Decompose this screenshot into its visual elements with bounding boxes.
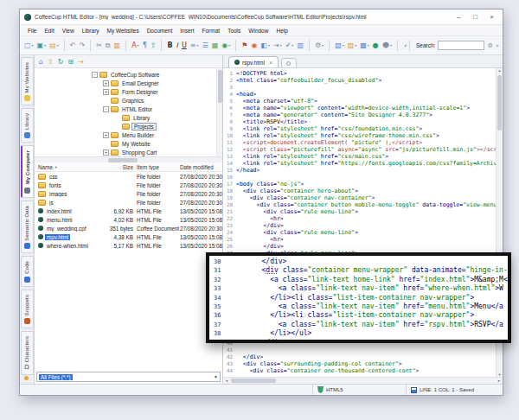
sidebar-tab-code[interactable]: Code (21, 256, 34, 287)
list-icon[interactable]: ☰ (201, 41, 208, 50)
file-row-rspv-html[interactable]: rspv.html4,38 KBHTML File13/05/2020 15:0… (35, 232, 222, 241)
minimize-button[interactable]: – (452, 11, 465, 23)
tree-item-library[interactable]: Library (35, 113, 222, 122)
tree-item-coffeecup-software[interactable]: -CoffeeCup Software (35, 70, 222, 79)
menu-item-help[interactable]: Help (276, 28, 287, 34)
column-header-size[interactable]: Size (104, 164, 137, 170)
preview-icon[interactable]: ▩▾ (359, 41, 370, 50)
folder-tree[interactable]: -CoffeeCup Software+Email Designer+Form … (35, 68, 222, 156)
menu-item-file[interactable]: File (28, 28, 36, 34)
sidebar-tab-semantic-data[interactable]: Semantic Data (21, 200, 34, 254)
columns-icon[interactable]: ▥ (296, 41, 304, 50)
scroll-left-icon[interactable]: ◄ (225, 379, 228, 383)
tab-close-icon[interactable]: × (269, 60, 272, 66)
menu-item-edit[interactable]: Edit (44, 28, 54, 34)
file-row-menu-html[interactable]: menu.html4,02 KBHTML File13/05/2020 15:0… (35, 215, 222, 224)
new-document-icon[interactable]: ▢▾ (23, 41, 35, 50)
file-row-images[interactable]: imagesFile folder27/08/2020 20:30 (35, 189, 222, 198)
new-window-icon[interactable]: ▧▾ (334, 41, 345, 50)
color-wheel-icon[interactable]: ◉ (250, 41, 258, 50)
tree-horizontal-scrollbar[interactable] (35, 156, 222, 162)
upload-icon[interactable]: ⇪ (150, 41, 157, 50)
tree-vertical-scrollbar[interactable] (216, 68, 222, 156)
save-icon[interactable]: ▣▾ (36, 41, 48, 50)
style-check-icon[interactable]: ✔▾ (285, 41, 295, 50)
underline-icon[interactable]: U (181, 41, 188, 50)
tree-item-menu-builder[interactable]: +Menu Builder (35, 130, 222, 139)
toolbar-overflow-icon[interactable]: » (496, 42, 499, 49)
font-icon[interactable]: A▾ (131, 41, 140, 50)
maximize-button[interactable]: □ (469, 11, 482, 23)
align-icon[interactable]: ≡▾ (189, 41, 200, 50)
file-row-js[interactable]: jsFile folder27/08/2020 20:30 (35, 198, 222, 207)
file-row-fonts[interactable]: fontsFile folder27/08/2020 20:30 (35, 181, 222, 189)
user-icon[interactable]: ☻▾ (381, 41, 393, 50)
tree-item-my-website[interactable]: My Website (35, 139, 222, 148)
flag-icon[interactable]: ⚑ (240, 41, 248, 50)
new-tab-button[interactable] (281, 58, 297, 67)
new-folder-icon[interactable]: ⊞ (67, 58, 74, 66)
menu-item-view[interactable]: View (62, 28, 74, 34)
expander-icon[interactable]: + (103, 80, 109, 86)
menu-item-document[interactable]: Document (147, 28, 173, 34)
indent-icon[interactable]: ⇥▾ (272, 41, 283, 50)
scroll-up-icon[interactable]: ▲ (498, 68, 502, 73)
settings-icon[interactable]: ⚙▾ (314, 41, 324, 50)
tree-item-graphics[interactable]: Graphics (35, 96, 222, 105)
copy-icon[interactable]: ⧉ (105, 41, 112, 50)
folder-up-icon[interactable]: ⇧ (48, 58, 54, 66)
special-character-icon[interactable]: ¶ (142, 41, 148, 50)
sidebar-tab-snippets[interactable]: Snippets (21, 290, 34, 328)
search-input[interactable] (438, 41, 484, 50)
expander-icon[interactable]: - (92, 72, 98, 78)
scrollbar-thumb[interactable] (497, 75, 502, 130)
column-header-name[interactable]: Name ▼ (35, 164, 104, 170)
search-options-icon[interactable]: ⚙ (487, 42, 492, 49)
sidebar-tab-my-websites[interactable]: My Websites (21, 57, 34, 105)
column-header-type[interactable]: Item type (137, 164, 180, 170)
tree-item-email-designer[interactable]: +Email Designer (35, 79, 222, 87)
palette-icon[interactable]: ◧▾ (260, 41, 271, 50)
open-icon[interactable]: ▤▾ (48, 41, 60, 50)
paste-icon[interactable]: ▥ (113, 41, 122, 50)
file-row-index-html[interactable]: index.html6,92 KBHTML File13/05/2020 15:… (35, 207, 222, 215)
scrollbar-thumb[interactable] (108, 158, 138, 162)
editor-tab-rspv[interactable]: rspv.html × (228, 56, 279, 67)
tree-item-projects[interactable]: Projects (35, 122, 222, 130)
menu-item-window[interactable]: Window (248, 28, 268, 34)
tree-item-html-editor[interactable]: -HTML Editor (35, 105, 222, 113)
file-row-css[interactable]: cssFile folder27/08/2020 20:30 (35, 172, 222, 181)
expander-icon[interactable]: + (103, 150, 109, 156)
expander-icon[interactable]: + (103, 89, 109, 95)
file-row-my-wedding-cpf[interactable]: my_wedding.cpf351 bytesCoffee Document27… (35, 224, 222, 232)
scrollbar-thumb[interactable] (231, 379, 276, 383)
spellcheck-icon[interactable]: ✓▾ (402, 41, 407, 50)
sidebar-tab-library[interactable]: Library (21, 108, 34, 143)
image-icon[interactable]: ▦ (211, 41, 220, 50)
menu-item-tools[interactable]: Tools (227, 28, 240, 34)
italic-icon[interactable]: I (176, 41, 179, 50)
link-icon[interactable]: ◉▾ (221, 41, 231, 50)
menu-item-library[interactable]: Library (82, 28, 99, 34)
tree-item-form-designer[interactable]: +Form Designer (35, 87, 222, 96)
menu-item-my-websites[interactable]: My Websites (107, 28, 139, 34)
cut-icon[interactable]: ✂ (95, 41, 103, 50)
expander-icon[interactable]: + (103, 132, 109, 138)
redo-icon[interactable]: ↷ (78, 41, 86, 50)
menu-item-format[interactable]: Format (202, 28, 221, 34)
desktop-icon[interactable]: ⌂ (39, 58, 43, 66)
refresh-icon[interactable]: ↻ (58, 58, 64, 66)
menu-item-insert[interactable]: Insert (180, 28, 194, 34)
undo-icon[interactable]: ↶ (69, 41, 77, 50)
scrollbar-thumb[interactable] (218, 70, 222, 103)
file-row-where-when-html[interactable]: where-when.html5,17 KBHTML File13/05/202… (35, 241, 222, 250)
scroll-right-icon[interactable]: ► (497, 379, 501, 383)
close-button[interactable]: × (485, 11, 498, 23)
expander-icon[interactable]: - (103, 106, 109, 112)
open-browser-icon[interactable]: ▨▾ (347, 41, 358, 50)
go-folder-icon[interactable]: → (78, 58, 84, 66)
sidebar-tab-my-computer[interactable]: My Computer (21, 145, 34, 197)
column-header-date[interactable]: Date modified (180, 164, 222, 170)
publish-icon[interactable]: ● (372, 41, 380, 50)
file-filter-dropdown[interactable]: All Files (*.*) ▼ (36, 372, 221, 382)
